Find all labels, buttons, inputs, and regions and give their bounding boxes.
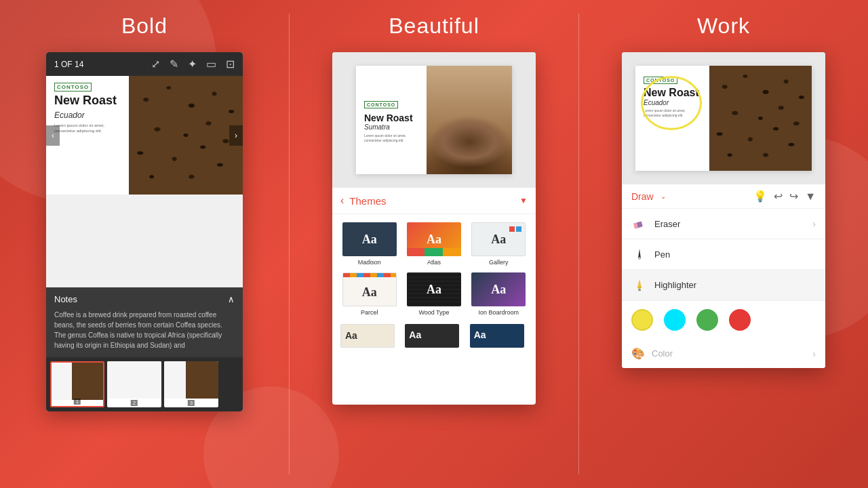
thumbnail-1[interactable]: 1 xyxy=(50,361,104,407)
themes-more-row: Aa Aa Aa xyxy=(332,324,536,356)
right-slide-subtitle: Ecuador xyxy=(644,99,701,106)
middle-slide-body: Lorem ipsum dolor sit amet, consectetur … xyxy=(364,134,418,143)
eraser-label: Eraser xyxy=(654,219,812,229)
eraser-icon xyxy=(631,216,648,232)
right-slide-title: New Roast xyxy=(644,87,701,99)
middle-slide-subtitle: Sumatra xyxy=(364,123,418,131)
theme-woodtype-preview: Aa xyxy=(407,272,461,306)
slide-nav-right[interactable]: › xyxy=(229,125,243,146)
column-work: Work CONTOSO New Roast Ecuador Lorem ips… xyxy=(579,0,868,488)
middle-slide-text: CONTOSO New Roast Sumatra Lorem ipsum do… xyxy=(356,89,427,151)
column-beautiful: Beautiful CONTOSO New Roast Sumatra Lore… xyxy=(290,0,578,488)
slide-logo: CONTOSO xyxy=(54,83,92,92)
theme-ion-preview: Aa xyxy=(471,272,526,306)
slide-content: ‹ CONTOSO New Roast Ecuador Lorem ipsum … xyxy=(46,76,243,195)
middle-slide-card: CONTOSO New Roast Sumatra Lorem ipsum do… xyxy=(356,66,512,174)
column-beautiful-title: Beautiful xyxy=(389,14,479,39)
theme-madison-preview: Aa xyxy=(342,222,397,256)
eraser-chevron-icon: › xyxy=(812,218,816,229)
draw-redo-icon[interactable]: ↪ xyxy=(789,190,798,203)
thumb-1-content xyxy=(52,363,103,400)
toolbar-highlight-icon[interactable]: ✦ xyxy=(188,58,197,70)
slide-image xyxy=(129,76,243,195)
draw-chevron-icon[interactable]: ⌄ xyxy=(660,192,666,200)
highlighter-label: Highlighter xyxy=(654,280,816,290)
theme-parcel-name: Parcel xyxy=(361,309,378,316)
right-slide-area: CONTOSO New Roast Ecuador Lorem ipsum do… xyxy=(622,52,825,184)
themes-grid: Aa Madison Aa Atlas Aa xyxy=(332,214,536,324)
thumb-3-content xyxy=(164,361,218,399)
themes-back-button[interactable]: ‹ xyxy=(340,195,344,207)
theme-woodtype[interactable]: Aa Wood Type xyxy=(405,272,462,316)
color-swatch-cyan[interactable] xyxy=(664,309,686,331)
draw-label: Draw xyxy=(631,191,654,202)
theme-parcel-preview: Aa xyxy=(342,272,397,306)
thumb-3-number: 3 xyxy=(188,400,195,406)
theme-gallery-aa: Aa xyxy=(491,232,506,247)
thumbnail-strip: 1 2 3 xyxy=(46,357,243,411)
column-bold: Bold 1 OF 14 ⤢ ✎ ✦ ▭ ⊡ ‹ CONTOSO New Roa… xyxy=(0,0,289,488)
theme-atlas-bars xyxy=(407,248,461,256)
left-device-frame: 1 OF 14 ⤢ ✎ ✦ ▭ ⊡ ‹ CONTOSO New Roast Ec… xyxy=(46,52,243,411)
draw-more-icon[interactable]: ▼ xyxy=(805,190,816,203)
tool-pen[interactable]: Pen xyxy=(622,239,825,270)
color-palette xyxy=(622,300,825,339)
tool-highlighter[interactable]: Highlighter xyxy=(622,270,825,300)
theme-parcel[interactable]: Aa Parcel xyxy=(340,272,398,316)
tool-eraser[interactable]: Eraser › xyxy=(622,209,825,239)
slide-title: New Roast xyxy=(54,94,121,108)
right-slide-text: CONTOSO New Roast Ecuador Lorem ipsum do… xyxy=(635,66,709,171)
toolbar-expand-icon[interactable]: ⤢ xyxy=(151,58,160,70)
hands-with-beans-visual xyxy=(427,66,513,174)
thumb-2-number: 2 xyxy=(131,400,138,406)
right-slide-card: CONTOSO New Roast Ecuador Lorem ipsum do… xyxy=(635,66,812,171)
color-option-label: Color xyxy=(652,348,812,359)
theme-parcel-stripes xyxy=(343,273,396,277)
draw-bulb-icon[interactable]: 💡 xyxy=(753,190,767,203)
notes-collapse-icon[interactable]: ∧ xyxy=(228,294,235,304)
color-option-icon: 🎨 xyxy=(631,347,645,360)
toolbar-present-icon[interactable]: ▭ xyxy=(206,58,216,70)
theme-madison[interactable]: Aa Madison xyxy=(340,222,398,266)
theme-atlas-aa: Aa xyxy=(427,232,441,247)
theme-parcel-aa: Aa xyxy=(362,285,377,300)
notes-text: Coffee is a brewed drink prepared from r… xyxy=(54,310,235,350)
notes-header: Notes ∧ xyxy=(54,294,235,304)
pen-label: Pen xyxy=(654,249,816,260)
theme-ion-aa: Aa xyxy=(491,283,506,297)
thumbnail-2[interactable]: 2 xyxy=(107,361,161,407)
highlighter-icon xyxy=(631,277,648,293)
theme-partial-2[interactable]: Aa xyxy=(405,324,459,348)
background: Bold 1 OF 14 ⤢ ✎ ✦ ▭ ⊡ ‹ CONTOSO New Roa… xyxy=(0,0,868,488)
color-swatch-red[interactable] xyxy=(729,309,751,331)
thumb-2-content xyxy=(107,361,161,399)
toolbar-cast-icon[interactable]: ⊡ xyxy=(226,58,235,70)
right-slide-body: Lorem ipsum dolor sit amet, consectetur … xyxy=(644,108,701,118)
right-slide-image xyxy=(709,66,812,171)
notes-label: Notes xyxy=(54,294,77,304)
theme-partial-1[interactable]: Aa xyxy=(340,324,395,348)
themes-bar: ‹ Themes ▼ xyxy=(332,188,536,214)
themes-dropdown-arrow[interactable]: ▼ xyxy=(519,196,528,205)
theme-ion[interactable]: Aa Ion Boardroom xyxy=(470,272,528,316)
slide-nav-left[interactable]: ‹ xyxy=(46,125,60,146)
theme-ion-name: Ion Boardroom xyxy=(479,309,519,316)
theme-atlas[interactable]: Aa Atlas xyxy=(405,222,462,266)
theme-partial-3[interactable]: Aa xyxy=(470,324,524,348)
middle-slide-preview-area: CONTOSO New Roast Sumatra Lorem ipsum do… xyxy=(332,52,536,188)
theme-gallery[interactable]: Aa Gallery xyxy=(470,222,528,266)
coffee-beans-visual xyxy=(129,76,243,195)
color-swatch-yellow[interactable] xyxy=(631,309,653,331)
color-option-chevron-icon: › xyxy=(812,348,816,359)
color-option-row[interactable]: 🎨 Color › xyxy=(622,339,825,368)
svg-marker-5 xyxy=(637,287,642,289)
middle-device-frame: CONTOSO New Roast Sumatra Lorem ipsum do… xyxy=(332,52,536,405)
draw-undo-icon[interactable]: ↩ xyxy=(774,190,783,203)
themes-label: Themes xyxy=(349,195,514,207)
thumb-1-number: 1 xyxy=(74,399,81,405)
thumbnail-3[interactable]: 3 xyxy=(164,361,218,407)
color-swatch-green[interactable] xyxy=(696,309,718,331)
draw-toolbar: Draw ⌄ 💡 ↩ ↪ ▼ xyxy=(622,184,825,209)
toolbar-pen-icon[interactable]: ✎ xyxy=(170,58,178,70)
block-red xyxy=(509,226,515,232)
